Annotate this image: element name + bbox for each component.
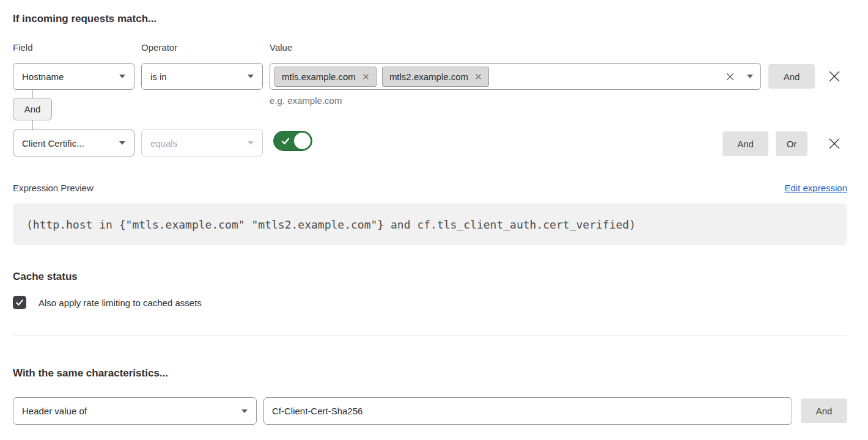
remove-tag-icon[interactable]: [475, 73, 482, 80]
operator-select-row2-disabled: equals: [141, 130, 263, 156]
cached-assets-checkbox-label: Also apply rate limiting to cached asset…: [39, 298, 202, 308]
value-tag: mtls.example.com: [274, 67, 377, 87]
check-icon: [15, 298, 24, 307]
delete-condition-icon-row1[interactable]: [826, 68, 842, 84]
delete-condition-icon-row2[interactable]: [826, 136, 842, 152]
clear-values-icon[interactable]: [726, 72, 735, 81]
operator-select-row2-value: equals: [150, 138, 177, 148]
section-divider: [13, 336, 847, 336]
matching-section-title: If incoming requests match...: [13, 13, 156, 25]
header-name-input[interactable]: [263, 397, 792, 425]
field-column-label: Field: [13, 42, 33, 53]
chevron-down-icon[interactable]: [747, 75, 753, 78]
value-column-label: Value: [270, 42, 292, 53]
cert-verified-toggle[interactable]: [273, 131, 312, 151]
value-tag-label: mtls2.example.com: [389, 72, 468, 82]
add-or-condition-button-row2[interactable]: Or: [776, 131, 807, 156]
toggle-knob: [294, 133, 311, 149]
value-tag-label: mtls.example.com: [282, 72, 356, 82]
chevron-down-icon: [241, 409, 248, 413]
operator-select-row1-value: is in: [150, 72, 167, 82]
add-characteristic-button[interactable]: And: [801, 398, 847, 423]
characteristic-select-value: Header value of: [22, 406, 87, 416]
cache-status-title: Cache status: [13, 271, 78, 283]
chevron-down-icon: [248, 141, 254, 145]
add-and-condition-button-row1[interactable]: And: [768, 64, 815, 89]
field-select-row2-value: Client Certific...: [22, 138, 84, 148]
field-select-row2[interactable]: Client Certific...: [13, 130, 134, 156]
and-connector-button[interactable]: And: [13, 98, 52, 120]
chevron-down-icon: [119, 141, 125, 145]
operator-column-label: Operator: [141, 42, 177, 53]
field-select-row1[interactable]: Hostname: [13, 63, 134, 90]
field-select-row1-value: Hostname: [22, 72, 64, 82]
chevron-down-icon: [248, 75, 254, 78]
connector-line: [32, 120, 33, 130]
add-and-condition-button-row2[interactable]: And: [723, 131, 768, 156]
operator-select-row1[interactable]: is in: [141, 63, 263, 90]
connector-line: [32, 90, 33, 98]
remove-tag-icon[interactable]: [362, 73, 369, 80]
cached-assets-checkbox[interactable]: [13, 296, 26, 309]
value-multiselect-row1[interactable]: mtls.example.com mtls2.example.com: [270, 63, 761, 90]
value-helper-text: e.g. example.com: [270, 95, 342, 106]
edit-expression-link[interactable]: Edit expression: [784, 183, 847, 193]
characteristic-select[interactable]: Header value of: [13, 397, 257, 425]
expression-code-box: (http.host in {"mtls.example.com" "mtls2…: [13, 204, 847, 245]
chevron-down-icon: [119, 75, 125, 78]
value-tag: mtls2.example.com: [382, 67, 489, 87]
characteristics-section-title: With the same characteristics...: [13, 367, 168, 380]
expression-preview-label: Expression Preview: [13, 183, 94, 193]
check-icon: [280, 136, 291, 147]
